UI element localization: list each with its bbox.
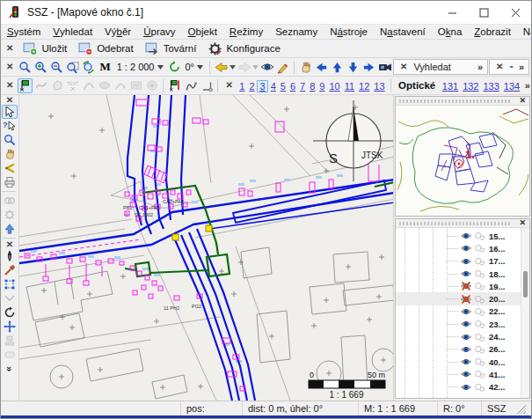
- toolbar-draw-more-button[interactable]: »: [523, 80, 531, 91]
- layer-row[interactable]: 16...: [396, 242, 521, 254]
- pan-down-button[interactable]: [346, 60, 361, 75]
- visibility-more-button[interactable]: »: [517, 62, 526, 72]
- close-button[interactable]: [499, 1, 531, 24]
- scale-select[interactable]: 1 : 2 000: [114, 62, 166, 72]
- eye-icon[interactable]: [509, 62, 514, 71]
- rotate-tool[interactable]: [2, 305, 18, 320]
- toolbar-view-close-button[interactable]: ✕: [3, 62, 17, 71]
- angle-tool[interactable]: [199, 78, 214, 93]
- menu-item[interactable]: Režimy: [223, 25, 269, 39]
- move-up-tool[interactable]: [2, 222, 18, 236]
- layers-close-button[interactable]: ✕: [515, 219, 529, 227]
- layer-lock-icon[interactable]: [474, 282, 485, 290]
- layer-visibility-eye-icon[interactable]: [460, 269, 472, 278]
- signal-pole-tool[interactable]: [167, 78, 182, 93]
- select-pointer-tool[interactable]: [2, 105, 18, 119]
- layer-row[interactable]: 41...: [396, 368, 521, 380]
- pan-left-button[interactable]: [314, 60, 329, 75]
- left-toolbar-close-button-2[interactable]: ✕: [3, 240, 17, 249]
- edit-pencil-button[interactable]: [275, 60, 290, 75]
- pan-hand-button[interactable]: [298, 60, 313, 75]
- optics-link[interactable]: 134: [501, 81, 521, 92]
- layer-lock-icon[interactable]: [474, 269, 485, 278]
- layer-row[interactable]: 26...: [396, 343, 521, 356]
- pen-tool[interactable]: [2, 249, 18, 263]
- layer-lock-icon[interactable]: [474, 244, 485, 253]
- layer-visibility-eye-icon[interactable]: [460, 383, 472, 392]
- visibility-box[interactable]: ✕ »: [489, 59, 529, 75]
- pan-hand-tool[interactable]: [2, 147, 18, 161]
- rotation-select[interactable]: 0°: [183, 62, 207, 72]
- page-link[interactable]: 11: [342, 81, 356, 92]
- pan-right-button[interactable]: [361, 60, 376, 75]
- layer-lock-icon[interactable]: [474, 345, 485, 354]
- page-link[interactable]: 7: [298, 81, 308, 92]
- layer-row[interactable]: 20...: [396, 292, 521, 305]
- factory-button[interactable]: Tovární: [140, 40, 202, 58]
- page-link[interactable]: 6: [288, 81, 297, 92]
- save-button[interactable]: Uložit: [18, 40, 72, 58]
- zoom-out-icon[interactable]: [49, 60, 64, 75]
- maximize-button[interactable]: [468, 1, 499, 24]
- layer-lock-icon[interactable]: [474, 320, 485, 328]
- page-link[interactable]: 8: [308, 81, 317, 92]
- menu-item[interactable]: Zobrazit: [468, 25, 517, 39]
- remove-button[interactable]: Odebrat: [73, 40, 139, 58]
- configuration-button[interactable]: Konfigurace: [202, 40, 285, 58]
- zoom-tool[interactable]: [2, 133, 18, 147]
- layer-row[interactable]: 17...: [396, 255, 521, 268]
- layer-lock-icon[interactable]: [474, 295, 485, 304]
- zoom-icon[interactable]: [18, 60, 33, 75]
- map-svg[interactable]: CA2+PA2 CA1+PA1 SE 1002 PB1 11 PH2 PG2 S…: [19, 95, 393, 401]
- menu-item[interactable]: Úpravy: [137, 25, 181, 39]
- measure-tool[interactable]: [2, 161, 18, 175]
- left-toolbar-more-button[interactable]: »: [4, 364, 15, 373]
- menu-item[interactable]: Nastavení: [374, 25, 432, 39]
- page-link[interactable]: 10: [327, 81, 342, 92]
- page-link[interactable]: 2: [247, 81, 257, 92]
- layer-lock-icon[interactable]: [474, 232, 485, 240]
- layer-visibility-eye-icon[interactable]: [460, 282, 472, 290]
- toolbar-draw-close-button[interactable]: ✕: [3, 81, 17, 90]
- select-rectangle-tool[interactable]: [2, 277, 18, 291]
- visibility-eye-button[interactable]: [259, 60, 274, 75]
- layer-visibility-eye-icon[interactable]: [460, 333, 472, 342]
- pages-close-button[interactable]: ✕: [222, 81, 236, 90]
- left-toolbar-close-button[interactable]: ✕: [3, 96, 17, 105]
- pan-up-button[interactable]: [330, 60, 345, 75]
- layer-visibility-eye-icon[interactable]: [460, 345, 472, 354]
- layer-visibility-eye-icon[interactable]: [460, 295, 472, 304]
- menu-item[interactable]: Nápověda: [517, 25, 532, 39]
- menu-item[interactable]: Vyhledat: [47, 25, 98, 39]
- move-cross-tool[interactable]: [2, 320, 18, 334]
- layer-visibility-eye-icon[interactable]: [460, 370, 472, 379]
- layer-visibility-eye-icon[interactable]: [460, 244, 472, 253]
- layer-lock-icon[interactable]: [474, 357, 485, 366]
- history-back-button[interactable]: [214, 60, 229, 75]
- layers-drag-handle[interactable]: [399, 222, 512, 225]
- layer-row[interactable]: 23...: [396, 318, 521, 330]
- page-link[interactable]: 3: [257, 80, 268, 92]
- camera-view-button[interactable]: [377, 60, 392, 75]
- search-close-button[interactable]: ✕: [397, 62, 411, 71]
- menu-item[interactable]: Systém: [1, 25, 47, 39]
- page-link[interactable]: 5: [278, 81, 288, 92]
- layer-row[interactable]: 18...: [396, 268, 521, 280]
- overview-minimap[interactable]: 1.: [396, 106, 529, 215]
- overview-close-button[interactable]: ✕: [515, 97, 529, 105]
- menu-item[interactable]: Výběr: [98, 25, 137, 39]
- resize-grip[interactable]: [515, 403, 526, 414]
- layer-lock-icon[interactable]: [474, 307, 485, 316]
- layer-lock-icon[interactable]: [474, 333, 485, 342]
- zoom-in-icon[interactable]: [33, 60, 48, 75]
- search-box[interactable]: ✕ Vyhledat »: [393, 59, 488, 75]
- place-signal-tool[interactable]: [18, 78, 33, 93]
- menu-item[interactable]: Seznamy: [269, 25, 324, 39]
- visibility-close-button[interactable]: ✕: [492, 62, 506, 71]
- layer-row[interactable]: 40...: [396, 356, 521, 368]
- layer-visibility-eye-icon[interactable]: [460, 232, 472, 240]
- optics-link[interactable]: 133: [481, 81, 501, 92]
- optics-link[interactable]: 131: [440, 81, 460, 92]
- zoom-refresh-icon[interactable]: [81, 60, 96, 75]
- page-link[interactable]: 12: [357, 81, 372, 92]
